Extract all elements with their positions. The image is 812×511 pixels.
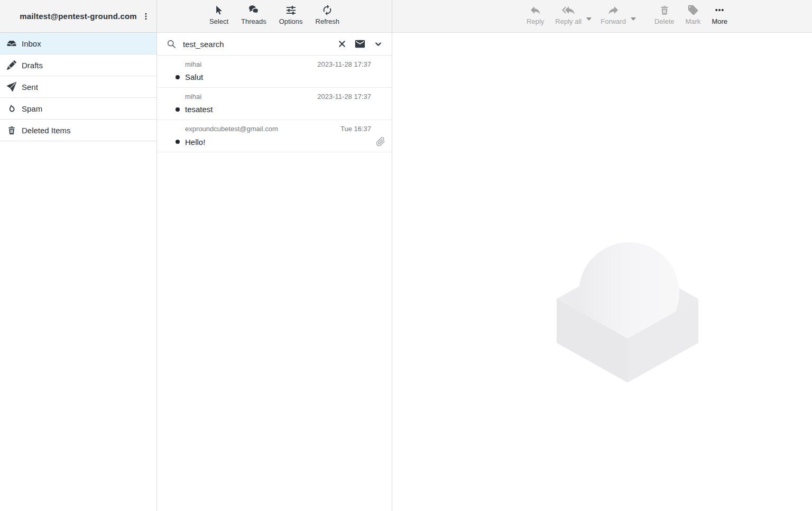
- message-sender: mihai: [185, 93, 201, 101]
- chat-bubbles-icon: [247, 4, 260, 16]
- message-date: 2023-11-28 17:37: [317, 60, 371, 68]
- kebab-vertical-icon: [142, 12, 150, 21]
- refresh-button[interactable]: Refresh: [313, 4, 342, 25]
- forward-dropdown-caret-icon[interactable]: [631, 17, 636, 21]
- sidebar-item-drafts[interactable]: Drafts: [0, 54, 156, 76]
- message-toolbar: Reply Reply all Forward Delete: [392, 0, 812, 33]
- reply-button[interactable]: Reply: [524, 4, 546, 25]
- sliders-icon: [284, 4, 297, 16]
- message-subject: Salut: [185, 72, 203, 81]
- sync-icon: [321, 4, 334, 16]
- mark-button[interactable]: Mark: [683, 4, 703, 25]
- reply-icon: [529, 4, 542, 16]
- trash-icon: [658, 4, 671, 16]
- forward-icon: [607, 4, 620, 16]
- sidebar-item-deleted-items[interactable]: Deleted Items: [0, 120, 156, 141]
- folder-label: Deleted Items: [22, 126, 71, 135]
- reply-all-icon: [562, 4, 575, 16]
- sidebar-item-sent[interactable]: Sent: [0, 76, 156, 98]
- delete-button[interactable]: Delete: [652, 4, 677, 25]
- unread-indicator: [176, 107, 180, 112]
- roundcube-app: mailtest@pentest-ground.com Inbox Drafts: [0, 0, 812, 511]
- message-row[interactable]: exproundcubetest@gmail.com Tue 16:37 Hel…: [157, 120, 392, 152]
- tag-icon: [687, 4, 699, 16]
- roundcube-logo-watermark: [557, 242, 698, 382]
- message-row[interactable]: mihai 2023-11-28 17:37 Salut: [157, 56, 392, 88]
- sidebar-item-inbox[interactable]: Inbox: [0, 33, 156, 54]
- message-pane-empty: [392, 33, 812, 511]
- unread-indicator: [176, 75, 180, 79]
- message-date: 2023-11-28 17:37: [317, 93, 371, 101]
- flame-icon: [6, 103, 17, 114]
- clear-icon[interactable]: [336, 40, 348, 48]
- select-button[interactable]: Select: [207, 4, 230, 25]
- ellipsis-icon: [713, 4, 726, 16]
- reply-all-button[interactable]: Reply all: [553, 4, 584, 25]
- sidebar: mailtest@pentest-ground.com Inbox Drafts: [0, 0, 157, 511]
- folder-label: Inbox: [22, 39, 41, 48]
- reply-all-dropdown-caret-icon[interactable]: [586, 17, 592, 21]
- message-list-column: Select Threads Options Refresh: [157, 0, 392, 511]
- message-list: mihai 2023-11-28 17:37 Salut mihai 2023-…: [157, 56, 392, 511]
- more-button[interactable]: More: [709, 4, 730, 25]
- attachment-paperclip-icon: [376, 137, 385, 147]
- inbox-icon: [6, 38, 17, 49]
- folder-label: Spam: [22, 104, 42, 113]
- options-button[interactable]: Options: [277, 4, 305, 25]
- threads-button[interactable]: Threads: [239, 4, 269, 25]
- kebab-menu-button[interactable]: [139, 7, 153, 25]
- account-email: mailtest@pentest-ground.com: [20, 12, 137, 21]
- pencil-icon: [6, 60, 17, 70]
- folder-label: Sent: [22, 83, 38, 92]
- search-input[interactable]: [183, 40, 331, 49]
- forward-button[interactable]: Forward: [598, 4, 628, 25]
- message-sender: mihai: [185, 60, 201, 68]
- send-icon: [6, 81, 17, 92]
- list-toolbar: Select Threads Options Refresh: [157, 0, 392, 33]
- folder-list: Inbox Drafts Sent Spam: [0, 33, 156, 141]
- folder-label: Drafts: [22, 61, 43, 70]
- message-view-column: Reply Reply all Forward Delete: [392, 0, 812, 511]
- search-bar: [157, 33, 392, 56]
- message-subject: Hello!: [185, 138, 205, 147]
- message-subject: tesatest: [185, 105, 213, 114]
- account-header: mailtest@pentest-ground.com: [0, 0, 156, 33]
- message-date: Tue 16:37: [340, 125, 371, 133]
- message-sender: exproundcubetest@gmail.com: [185, 125, 278, 133]
- message-row[interactable]: mihai 2023-11-28 17:37 tesatest: [157, 88, 392, 120]
- envelope-scope-icon[interactable]: [353, 38, 367, 50]
- sidebar-item-spam[interactable]: Spam: [0, 98, 156, 120]
- trash-icon: [6, 125, 17, 135]
- search-icon: [164, 39, 178, 49]
- unread-indicator: [176, 140, 180, 144]
- cursor-icon: [213, 4, 225, 16]
- chevron-down-icon[interactable]: [372, 40, 384, 49]
